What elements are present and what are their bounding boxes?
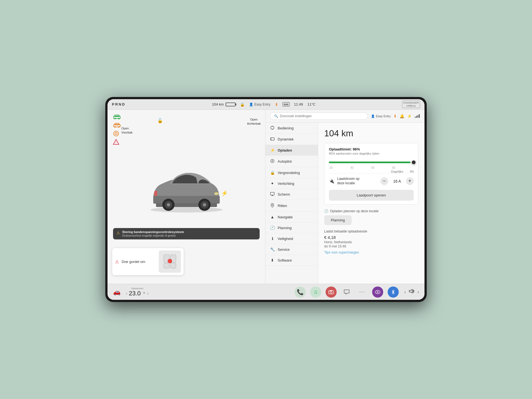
temp-next-arrow[interactable]: › [147, 291, 149, 295]
nav-item-veiligheid[interactable]: ℹ Veiligheid [265, 233, 318, 244]
svg-rect-37 [270, 138, 274, 140]
settings-content: Bediening Dynamiek ⚡ Opladen [265, 123, 424, 284]
nav-label-bediening: Bediening [278, 126, 294, 130]
camera-button[interactable] [326, 287, 337, 298]
car-status-icons: ! [113, 114, 122, 145]
lock-overlay-icon: 🔓 [157, 118, 163, 123]
nav-item-bediening[interactable]: Bediening [265, 123, 318, 134]
amp-minus-button[interactable]: − [380, 177, 388, 185]
vol-next-icon[interactable]: › [418, 290, 419, 295]
temp-mode-label: Opwarmen [131, 287, 143, 290]
verlichting-icon: ✦ [270, 181, 275, 186]
icon-tire [113, 131, 122, 136]
icon-driving [113, 114, 122, 120]
svg-point-8 [114, 131, 119, 136]
svg-point-9 [115, 132, 117, 135]
nav-item-software[interactable]: ⬇ Software [265, 255, 318, 266]
last-session-title: Laatst betaalde oplaadsessie [324, 229, 418, 233]
nav-label-navigatie: Navigatie [278, 215, 293, 219]
temp-display-row: ‹ 23.0 › [126, 290, 149, 297]
screen-bezel: PRND 104 km 🔒 👤 Easy Entry ⬇ sos 11:49 1… [105, 97, 427, 302]
nav-item-vergrendeling[interactable]: 🔒 Vergrendeling [265, 167, 318, 178]
nav-item-ritten[interactable]: Ritten [265, 200, 318, 212]
volume-controls: ‹ › [404, 289, 419, 295]
charge-slider[interactable] [329, 158, 414, 166]
planning-button[interactable]: Planning [324, 215, 352, 225]
car-visualization-panel: ! Open Voorbak 🔓 OpenAchterbak [108, 110, 265, 284]
navigatie-icon: ▲ [270, 215, 275, 219]
warning-text: Storing bandenspanningscontrolesysteem D… [122, 230, 184, 237]
volume-section [409, 289, 415, 295]
bediening-icon [270, 126, 275, 131]
settings-profile-label: 👤 Easy Entry [371, 114, 391, 118]
software-icon: ⬇ [270, 258, 275, 262]
seatbelt-text: Doe gordel om [122, 260, 145, 264]
last-session-location: Horst, Netherlands [324, 240, 418, 244]
nav-label-verlichting: Verlichting [278, 181, 294, 186]
laadpoort-button[interactable]: Laadpoort openen [329, 190, 414, 201]
nav-item-opladen[interactable]: ⚡ Opladen [265, 145, 318, 156]
nav-item-service[interactable]: 🔧 Service [265, 244, 318, 255]
amp-value-display: 16 A [392, 179, 402, 183]
bluetooth-button[interactable] [388, 287, 399, 298]
settings-top-right: 👤 Easy Entry ⬇ 🔔 ⚡ [371, 114, 420, 118]
icon-settings-car [113, 122, 122, 128]
svg-point-45 [144, 292, 145, 293]
nav-item-dynamiek[interactable]: Dynamiek [265, 134, 318, 145]
svg-point-2 [114, 118, 116, 119]
spotify-button[interactable]: ♫ [310, 287, 321, 298]
nav-label-opladen: Opladen [278, 148, 292, 152]
svg-point-52 [377, 291, 378, 292]
sos-badge: sos [283, 102, 290, 106]
slider-thumb[interactable] [411, 160, 416, 165]
clock-icon: 🕐 [324, 209, 328, 213]
nav-item-autopilot[interactable]: Autopilot [265, 156, 318, 167]
scherm-icon [270, 192, 275, 197]
nav-item-scherm[interactable]: Scherm [265, 189, 318, 200]
slider-fill [329, 162, 410, 163]
screen: PRND 104 km 🔒 👤 Easy Entry ⬇ sos 11:49 1… [108, 99, 424, 300]
search-container[interactable]: 🔍 [270, 112, 368, 120]
charge-limit-subtitle: 80% aanbevolen voor dagelijks rijden [329, 152, 414, 155]
amp-plus-button[interactable]: + [406, 177, 414, 185]
svg-point-47 [330, 291, 332, 293]
nav-label-dynamiek: Dynamiek [278, 137, 294, 141]
car-status-icon-bottom: 🚗 [113, 288, 121, 296]
plug-icon: 🔌 [329, 178, 334, 184]
search-input[interactable] [280, 114, 364, 118]
nav-label-planning: Planning [278, 226, 292, 230]
nav-label-vergrendeling: Vergrendeling [278, 171, 300, 175]
nav-label-ritten: Ritten [278, 204, 287, 208]
open-voorbak-label[interactable]: Open Voorbak [121, 126, 132, 135]
svg-rect-30 [415, 117, 416, 118]
svg-rect-31 [416, 116, 417, 118]
charge-limit-title: Oplaadlimiet: 96% [329, 147, 414, 151]
bottom-taskbar: 🚗 Opwarmen ‹ 23.0 › 📞 ♫ [108, 284, 424, 300]
temp-prev-arrow[interactable]: ‹ [126, 291, 127, 295]
svg-point-40 [272, 160, 273, 162]
temp-value: 23.0 [129, 290, 141, 297]
svg-text:⚡: ⚡ [221, 190, 228, 196]
supercharger-tips-link[interactable]: Tips voor superchargen [324, 250, 418, 254]
svg-rect-32 [418, 115, 418, 118]
more-options-button[interactable]: ··· [357, 287, 368, 298]
nav-item-planning[interactable]: 🕐 Planning [265, 222, 318, 233]
nav-item-navigatie[interactable]: ▲ Navigatie [265, 212, 318, 222]
settings-nav: Bediening Dynamiek ⚡ Opladen [265, 123, 318, 284]
vol-prev-icon[interactable]: ‹ [404, 290, 406, 295]
vergrendeling-icon: 🔒 [270, 170, 275, 175]
open-achterbak-label[interactable]: OpenAchterbak [247, 117, 261, 126]
ritten-icon [270, 203, 275, 208]
svg-text:!: ! [116, 141, 117, 144]
veiligheid-icon: ℹ [270, 236, 275, 241]
dashcam-button[interactable] [372, 287, 383, 298]
nav-item-verlichting[interactable]: ✦ Verlichting [265, 178, 318, 189]
svg-rect-27 [170, 263, 176, 268]
phone-button[interactable]: 📞 [295, 287, 306, 298]
svg-point-7 [118, 126, 120, 128]
chat-button[interactable] [341, 287, 352, 298]
charge-current-label: Laadstroom op deze locatie [337, 177, 378, 185]
slider-tick-numbers: 20 40 60 80 [329, 166, 414, 169]
tpms-warning-banner[interactable]: ⚠ Storing bandenspanningscontrolesysteem… [113, 228, 260, 239]
volume-icon[interactable] [409, 289, 415, 295]
